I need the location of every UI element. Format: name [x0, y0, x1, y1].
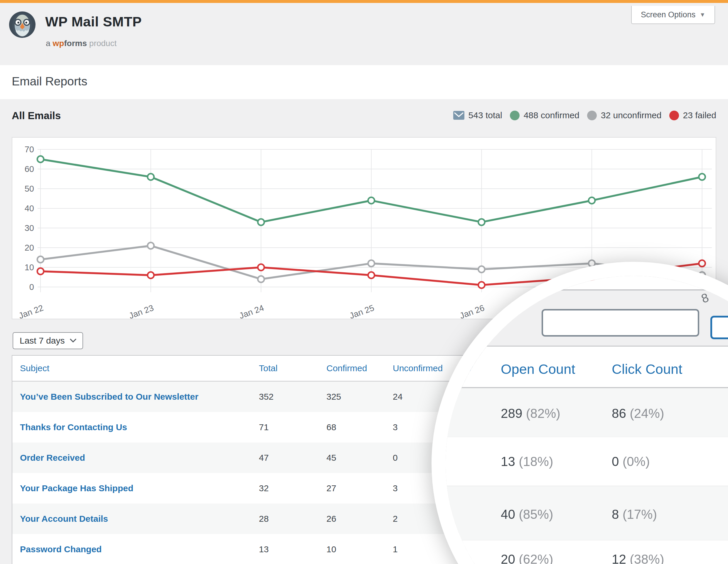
pigeon-icon — [9, 11, 36, 38]
legend-item-unconfirmed: 32 unconfirmed — [587, 110, 662, 120]
svg-text:50: 50 — [25, 184, 34, 193]
wp-mail-smtp-logo — [9, 11, 36, 38]
cell-unconfirmed: 2 — [393, 514, 398, 524]
legend-item-failed: 23 failed — [669, 110, 716, 120]
x-axis-label: Jan 24 — [238, 303, 265, 319]
legend-label: 488 confirmed — [524, 110, 579, 120]
column-header-subject[interactable]: Subject — [20, 363, 49, 373]
cell-confirmed: 325 — [326, 392, 341, 402]
click-count-percent: (38%) — [630, 552, 664, 564]
x-axis-label: Jan 23 — [128, 303, 155, 319]
legend-item-confirmed: 488 confirmed — [510, 110, 579, 120]
magnified-table-row: 40 (85%)8 (17%) — [446, 486, 728, 541]
tagline-forms: forms — [64, 39, 87, 48]
email-subject-link[interactable]: Your Package Has Shipped — [20, 483, 133, 493]
email-subject-link[interactable]: Password Changed — [20, 544, 102, 554]
x-axis-label: Jan 26 — [459, 303, 486, 319]
magnified-table-row: 13 (18%)0 (0%) — [446, 437, 728, 486]
cell-total: 32 — [259, 483, 269, 493]
svg-text:30: 30 — [25, 223, 34, 233]
click-count-cell: 86 (24%) — [612, 406, 664, 421]
cell-total: 352 — [259, 392, 274, 402]
click-count-column-header[interactable]: Click Count — [612, 361, 682, 377]
chevron-down-icon — [70, 338, 77, 343]
open-count-cell: 20 (62%) — [501, 552, 553, 564]
click-count-value: 12 — [612, 552, 626, 564]
open-count-value: 40 — [501, 507, 515, 521]
open-count-cell: 40 (85%) — [501, 507, 553, 522]
app-tagline: a wpforms product — [46, 39, 117, 48]
svg-text:20: 20 — [25, 243, 34, 253]
cell-total: 71 — [259, 422, 269, 432]
envelope-icon — [453, 111, 464, 120]
screen-options-button[interactable]: Screen Options ▼ — [631, 6, 715, 24]
click-count-value: 0 — [612, 454, 619, 469]
open-count-value: 13 — [501, 454, 515, 469]
cell-confirmed: 68 — [326, 422, 336, 432]
email-subject-link[interactable]: You’ve Been Subscribed to Our Newsletter — [20, 392, 198, 402]
open-count-value: 20 — [501, 552, 515, 564]
open-count-cell: 13 (18%) — [501, 454, 553, 469]
email-subject-link[interactable]: Your Account Details — [20, 514, 108, 524]
click-count-cell: 12 (38%) — [612, 552, 664, 564]
magnified-table-row: 289 (82%)86 (24%) — [446, 388, 728, 437]
legend-dot-icon — [510, 111, 520, 120]
legend-label: 32 unconfirmed — [601, 110, 662, 120]
legend-dot-icon — [669, 111, 679, 120]
search-button[interactable] — [710, 316, 728, 339]
legend-dot-icon — [587, 111, 597, 120]
cell-total: 13 — [259, 544, 269, 554]
cell-unconfirmed: 0 — [393, 453, 398, 463]
open-count-cell: 289 (82%) — [501, 406, 560, 421]
open-count-percent: (18%) — [519, 454, 553, 469]
cell-confirmed: 27 — [326, 483, 336, 493]
page-title: Email Reports — [12, 75, 87, 88]
email-subject-link[interactable]: Order Received — [20, 453, 85, 463]
click-count-percent: (17%) — [623, 507, 657, 521]
click-count-value: 86 — [612, 406, 626, 420]
legend-label: 23 failed — [683, 110, 716, 120]
search-input[interactable] — [542, 309, 699, 336]
cell-confirmed: 10 — [326, 544, 336, 554]
click-count-percent: (24%) — [630, 406, 664, 420]
svg-text:70: 70 — [25, 145, 34, 154]
column-header-unconfirmed[interactable]: Unconfirmed — [393, 363, 443, 373]
cell-unconfirmed: 3 — [393, 422, 398, 432]
app-title: WP Mail SMTP — [45, 14, 142, 30]
legend-item-total: 543 total — [453, 110, 502, 120]
cell-unconfirmed: 24 — [393, 392, 402, 402]
chevron-down-icon: ▼ — [700, 11, 705, 18]
email-subject-link[interactable]: Thanks for Contacting Us — [20, 422, 127, 432]
cell-confirmed: 45 — [326, 453, 336, 463]
date-range-value: Last 7 days — [20, 336, 65, 346]
section-title: All Emails — [12, 110, 61, 122]
cell-total: 47 — [259, 453, 269, 463]
open-count-value: 289 — [501, 406, 522, 420]
open-count-column-header[interactable]: Open Count — [501, 361, 575, 377]
x-axis-label: Jan 22 — [17, 303, 45, 319]
page-title-strip: Email Reports — [0, 65, 728, 99]
tagline-wp: wp — [53, 39, 64, 48]
tagline-suffix: product — [89, 39, 117, 48]
column-header-total[interactable]: Total — [259, 363, 277, 373]
magnified-table-row: 20 (62%)12 (38%) — [446, 540, 728, 564]
svg-text:40: 40 — [25, 204, 34, 213]
click-count-cell: 8 (17%) — [612, 507, 657, 522]
cell-confirmed: 26 — [326, 514, 336, 524]
chart-legend: 543 total488 confirmed32 unconfirmed23 f… — [453, 109, 716, 122]
cell-unconfirmed: 3 — [393, 483, 398, 493]
open-count-percent: (62%) — [519, 552, 553, 564]
click-count-percent: (0%) — [623, 454, 650, 469]
app-header: WP Mail SMTP a wpforms product Screen Op… — [0, 3, 728, 65]
click-count-value: 8 — [612, 507, 619, 521]
column-header-confirmed[interactable]: Confirmed — [326, 363, 367, 373]
date-range-select[interactable]: Last 7 days — [13, 332, 83, 349]
open-count-percent: (85%) — [519, 507, 553, 521]
svg-text:60: 60 — [25, 164, 34, 174]
magnified-table-border — [446, 346, 728, 346]
click-count-cell: 0 (0%) — [612, 454, 650, 469]
legend-label: 543 total — [469, 110, 502, 120]
top-accent-bar — [0, 0, 728, 3]
x-axis-label: Jan 25 — [348, 303, 375, 319]
cell-unconfirmed: 1 — [393, 544, 398, 554]
